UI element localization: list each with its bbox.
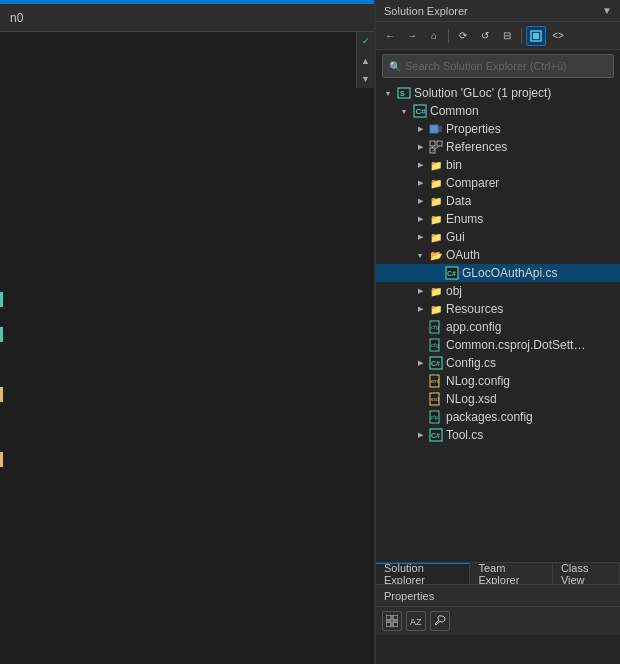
tree-item-packagesconfig[interactable]: cfg packages.config [376, 408, 620, 426]
glocauthapi-label: GLocOAuthApi.cs [462, 266, 557, 280]
expand-data[interactable] [412, 193, 428, 209]
sort-icon: AZ ↓ [410, 615, 422, 627]
tab-team-explorer[interactable]: Team Explorer [470, 563, 553, 585]
expand-gui[interactable] [412, 229, 428, 245]
tree-item-resources[interactable]: 📁 Resources [376, 300, 620, 318]
side-btn-scroll[interactable]: ▲ [357, 52, 375, 70]
nlogconfig-icon: xml [428, 373, 444, 389]
comparer-folder-icon: 📁 [428, 175, 444, 191]
glocauthapi-icon: C# [444, 265, 460, 281]
toolbar-btn-code[interactable]: <> [548, 26, 568, 46]
toolbar-btn-home[interactable]: ⌂ [424, 26, 444, 46]
expand-appconfig [412, 319, 428, 335]
svg-text:C#: C# [447, 270, 456, 277]
expand-resources[interactable] [412, 301, 428, 317]
solution-search[interactable]: 🔍 Search Solution Explorer (Ctrl+ü) [382, 54, 614, 78]
nlogxsd-label: NLog.xsd [446, 392, 497, 406]
tree-item-glocauthapi[interactable]: C# GLocOAuthApi.cs [376, 264, 620, 282]
expand-toolcs[interactable] [412, 427, 428, 443]
tree-item-toolcs[interactable]: C# Tool.cs [376, 426, 620, 444]
tree-item-nlogconfig[interactable]: xml NLog.config [376, 372, 620, 390]
svg-text:C#: C# [431, 432, 440, 439]
tree-item-csprojsettings[interactable]: cfg Common.csproj.DotSettings.use [376, 336, 620, 354]
tree-item-bin[interactable]: 📁 bin [376, 156, 620, 174]
data-label: Data [446, 194, 471, 208]
expand-oauth[interactable] [412, 247, 428, 263]
expand-solution[interactable] [380, 85, 396, 101]
bin-folder-icon: 📁 [428, 157, 444, 173]
tree-item-appconfig[interactable]: cfg app.config [376, 318, 620, 336]
toolbar-btn-show-all[interactable] [526, 26, 546, 46]
tree-item-data[interactable]: 📁 Data [376, 192, 620, 210]
svg-text:cfg: cfg [431, 324, 439, 330]
expand-glocauthapi [428, 265, 444, 281]
side-btn-scroll-down[interactable]: ▼ [357, 70, 375, 88]
nlogxsd-icon: xsd [428, 391, 444, 407]
gui-label: Gui [446, 230, 465, 244]
expand-csprojsettings [412, 337, 428, 353]
expand-bin[interactable] [412, 157, 428, 173]
search-icon: 🔍 [389, 61, 401, 72]
solution-icon: S [396, 85, 412, 101]
tree-item-common[interactable]: C# Common [376, 102, 620, 120]
references-label: References [446, 140, 507, 154]
line-indicator-2 [0, 327, 3, 342]
packagesconfig-icon: cfg [428, 409, 444, 425]
solution-explorer-panel: Solution Explorer ▼ ← → ⌂ ⟳ ↺ ⊟ <> 🔍 Sea… [375, 0, 620, 664]
csprojsettings-icon: cfg [428, 337, 444, 353]
toolbar-btn-refresh[interactable]: ↺ [475, 26, 495, 46]
expand-comparer[interactable] [412, 175, 428, 191]
svg-text:C#: C# [431, 360, 440, 367]
expand-packagesconfig [412, 409, 428, 425]
svg-rect-11 [437, 141, 442, 146]
tree-item-oauth[interactable]: 📂 OAuth [376, 246, 620, 264]
solution-bottom-tabs: Solution Explorer Team Explorer Class Vi… [376, 562, 620, 584]
properties-header: Properties [376, 585, 620, 607]
tree-item-nlogxsd[interactable]: xsd NLog.xsd [376, 390, 620, 408]
tree-item-configcs[interactable]: C# Config.cs [376, 354, 620, 372]
obj-folder-icon: 📁 [428, 283, 444, 299]
oauth-folder-icon: 📂 [428, 247, 444, 263]
tree-item-gui[interactable]: 📁 Gui [376, 228, 620, 246]
svg-rect-6 [430, 125, 438, 133]
expand-obj[interactable] [412, 283, 428, 299]
prop-btn-sort[interactable]: AZ ↓ [406, 611, 426, 631]
tree-item-references[interactable]: References [376, 138, 620, 156]
editor-tab[interactable]: n0 [0, 4, 374, 32]
svg-rect-33 [386, 622, 391, 627]
expand-properties[interactable] [412, 121, 428, 137]
prop-btn-grid[interactable] [382, 611, 402, 631]
tree-item-comparer[interactable]: 📁 Comparer [376, 174, 620, 192]
tree-item-enums[interactable]: 📁 Enums [376, 210, 620, 228]
expand-common[interactable] [396, 103, 412, 119]
expand-configcs[interactable] [412, 355, 428, 371]
toolbar-divider-1 [448, 29, 449, 43]
svg-text:S: S [400, 90, 405, 97]
sol-toolbar: ← → ⌂ ⟳ ↺ ⊟ <> [376, 22, 620, 50]
toolbar-btn-back[interactable]: ← [380, 26, 400, 46]
tree-item-solution[interactable]: S Solution 'GLoc' (1 project) [376, 84, 620, 102]
toolbar-btn-collapse[interactable]: ⊟ [497, 26, 517, 46]
expand-enums[interactable] [412, 211, 428, 227]
solution-explorer-title: Solution Explorer [384, 5, 468, 17]
tab-class-view[interactable]: Class View [553, 563, 620, 585]
prop-btn-wrench[interactable] [430, 611, 450, 631]
expand-references[interactable] [412, 139, 428, 155]
toolcs-label: Tool.cs [446, 428, 483, 442]
svg-rect-34 [393, 622, 398, 627]
sol-header-chevron: ▼ [602, 5, 612, 16]
references-icon [428, 139, 444, 155]
properties-title: Properties [384, 590, 434, 602]
solution-label: Solution 'GLoc' (1 project) [414, 86, 551, 100]
appconfig-icon: cfg [428, 319, 444, 335]
toolbar-btn-sync[interactable]: ⟳ [453, 26, 473, 46]
svg-rect-1 [533, 33, 539, 39]
oauth-label: OAuth [446, 248, 480, 262]
side-btn-check[interactable]: ✓ [357, 32, 375, 50]
expand-nlogconfig [412, 373, 428, 389]
tree-item-properties[interactable]: Properties [376, 120, 620, 138]
tree-item-obj[interactable]: 📁 obj [376, 282, 620, 300]
tab-solution-explorer[interactable]: Solution Explorer [376, 563, 470, 585]
toolbar-btn-forward[interactable]: → [402, 26, 422, 46]
resources-folder-icon: 📁 [428, 301, 444, 317]
